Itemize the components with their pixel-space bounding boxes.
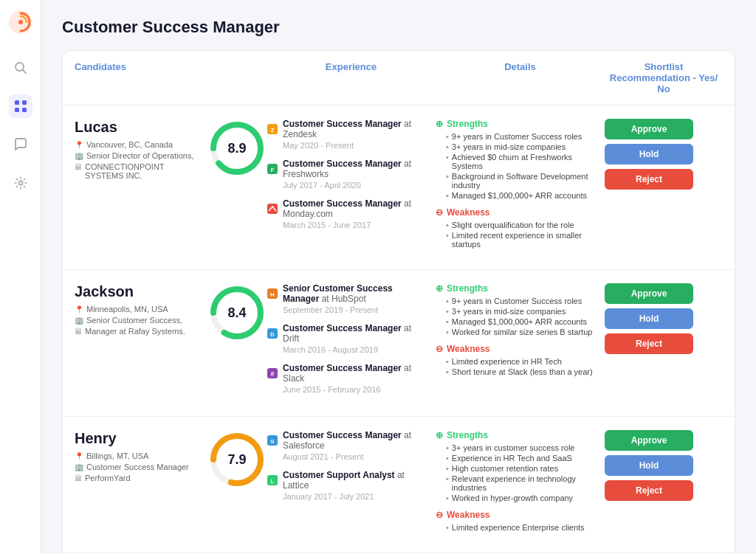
header-candidates: Candidates [75,61,267,94]
candidate-role: 🏢 Customer Success Manager [75,463,199,471]
exp-item: S Customer Success Manager at Salesforce… [267,430,427,461]
exp-item: Customer Success Manager at Monday.com M… [267,198,427,229]
weaknesses-header: ⊖ Weakness [436,207,596,218]
exp-date: June 2015 - February 2016 [283,385,427,394]
exp-title: Customer Success Manager at Salesforce [283,430,427,451]
exp-item: Z Customer Success Manager at Zendesk Ma… [267,119,427,150]
svg-point-8 [18,181,22,185]
candidate-location: 📍 Vancouver, BC, Canada [75,140,199,149]
exp-date: March 2016 - August 2019 [283,345,427,354]
strength-icon: ⊕ [436,119,443,129]
candidate-name: Henry [75,430,199,447]
strengths-section: ⊕ Strengths 9+ years in Customer Success… [436,119,596,200]
exp-item: D Customer Success Manager at Drift Marc… [267,323,427,354]
weakness-item: Limited experience Enterprise clients [446,523,596,532]
weakness-item: Limited experience in HR Tech [446,357,596,366]
weakness-icon: ⊖ [436,207,443,218]
reject-button[interactable]: Reject [605,169,693,190]
actions-cell: Approve Hold Reject [605,430,723,501]
candidate-company: 🏛 Manager at Rafay Systems. [75,327,199,336]
score-ring: 8.9 [207,119,267,178]
exp-logo-s: S [267,434,278,446]
header-shortlist: Shortlist Recommendation - Yes/ No [605,61,723,94]
weaknesses-section: ⊖ Weakness Limited experience Enterprise… [436,510,596,532]
strength-item: Managed $1,000,000+ ARR accounts [446,191,596,200]
svg-text:F: F [271,167,275,173]
candidate-cell: Jackson 📍 Minneapolis, MN, USA 🏢 Senior … [75,283,267,342]
reject-button[interactable]: Reject [605,480,693,501]
hold-button[interactable]: Hold [605,308,693,329]
strength-item: Worked in hyper-growth company [446,494,596,502]
svg-rect-6 [15,108,19,112]
strengths-header: ⊕ Strengths [436,119,596,129]
actions-cell: Approve Hold Reject [605,283,723,354]
exp-title: Customer Success Manager at Drift [283,323,427,344]
score-number: 8.9 [227,141,246,156]
svg-rect-5 [22,100,27,105]
exp-date: January 2017 - July 2021 [283,492,427,501]
app-logo[interactable] [7,9,34,35]
candidate-info: Henry 📍 Billings, MT, USA 🏢 Customer Suc… [75,430,199,485]
strength-item: Experience in HR Tech and SaaS [446,454,596,463]
location-icon: 📍 [75,452,83,460]
building-icon: 🏛 [75,163,82,171]
strengths-header: ⊕ Strengths [436,430,596,440]
svg-line-3 [22,70,26,74]
details-cell: ⊕ Strengths 9+ years in Customer Success… [436,119,605,256]
weakness-item: Slight overqualification for the role [446,221,596,229]
score-ring: 8.4 [207,283,267,342]
sidebar-item-grid[interactable] [9,94,32,118]
candidate-role: 🏢 Senior Director of Operations, [75,151,199,160]
header-details: Details [436,61,605,94]
weakness-item: Short tenure at Slack (less than a year) [446,367,596,376]
hold-button[interactable]: Hold [605,144,693,165]
details-cell: ⊕ Strengths 9+ years in Customer Success… [436,283,605,384]
approve-button[interactable]: Approve [605,430,693,451]
exp-item: # Customer Success Manager at Slack June… [267,363,427,394]
hold-button[interactable]: Hold [605,455,693,476]
candidate-info: Jackson 📍 Minneapolis, MN, USA 🏢 Senior … [75,283,199,338]
reject-button[interactable]: Reject [605,333,693,354]
strength-item: Worked for similar size series B startup [446,328,596,336]
approve-button[interactable]: Approve [605,283,693,304]
score-number: 8.4 [227,305,246,321]
strength-item: Background in Software Development indus… [446,172,596,190]
candidate-name: Jackson [75,283,199,300]
details-cell: ⊕ Strengths 3+ years in customer success… [436,430,605,539]
strength-item: 3+ years in mid-size companies [446,142,596,151]
strength-item: Managed $1,000,000+ ARR accounts [446,317,596,326]
sidebar [0,0,41,554]
exp-item: F Customer Success Manager at Freshworks… [267,159,427,190]
candidate-cell: Henry 📍 Billings, MT, USA 🏢 Customer Suc… [75,430,267,489]
candidate-location: 📍 Billings, MT, USA [75,451,199,460]
strengths-section: ⊕ Strengths 9+ years in Customer Success… [436,283,596,336]
table-header: Candidates Experience Details Shortlist … [63,51,735,105]
svg-text:Z: Z [271,127,275,134]
briefcase-icon: 🏢 [75,463,83,471]
svg-rect-4 [15,100,19,105]
strength-item: Achieved $0 churn at Freshworks Systems [446,153,596,170]
table-body: Lucas 📍 Vancouver, BC, Canada 🏢 Senior D… [63,105,735,554]
table-row: Jackson 📍 Minneapolis, MN, USA 🏢 Senior … [63,270,735,417]
exp-item: L Customer Support Analyst at Lattice Ja… [267,470,427,501]
location-icon: 📍 [75,141,83,149]
experience-cell: Z Customer Success Manager at Zendesk Ma… [267,119,436,238]
svg-point-1 [18,20,23,24]
exp-logo-z: Z [267,123,278,135]
strength-item: 9+ years in Customer Success roles [446,132,596,141]
exp-title: Customer Support Analyst at Lattice [283,470,427,491]
sidebar-item-settings[interactable] [9,171,32,195]
strengths-section: ⊕ Strengths 3+ years in customer success… [436,430,596,502]
exp-title: Senior Customer Success Manager at HubSp… [283,283,427,304]
weakness-item: Limited recent experience in smaller sta… [446,231,596,249]
weaknesses-header: ⊖ Weakness [436,510,596,520]
experience-cell: H Senior Customer Success Manager at Hub… [267,283,436,403]
approve-button[interactable]: Approve [605,119,693,139]
sidebar-item-search[interactable] [9,56,32,80]
candidate-company: 🏛 CONNECTIONPOINT SYSTEMS INC. [75,162,199,180]
exp-logo-f: F [267,163,278,175]
candidate-name: Lucas [75,119,199,136]
strength-icon: ⊕ [436,283,443,294]
exp-logo-m [267,203,278,215]
sidebar-item-chat[interactable] [9,133,32,156]
